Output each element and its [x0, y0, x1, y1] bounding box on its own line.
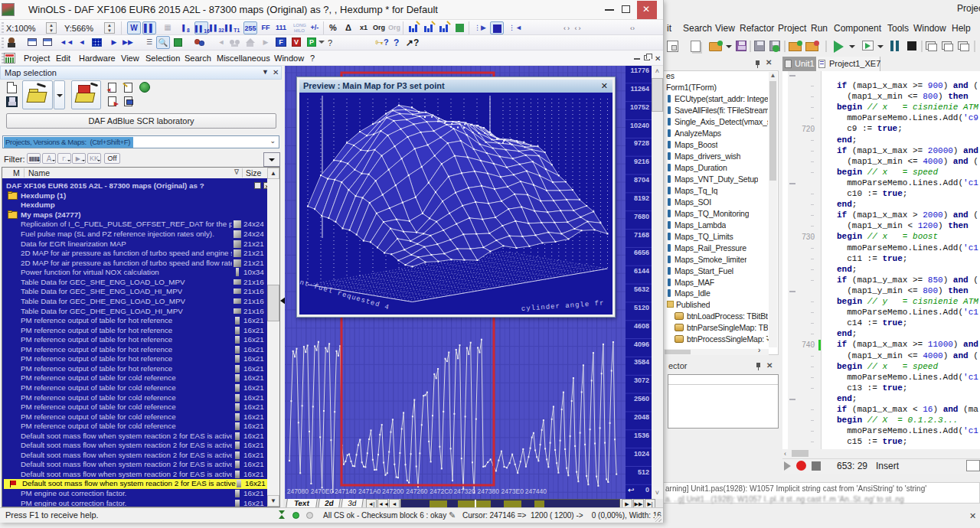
svg-text:247440: 247440: [525, 487, 547, 495]
svg-text:247200: 247200: [382, 487, 404, 495]
svg-text:2471A0: 2471A0: [358, 487, 381, 495]
svg-text:7680: 7680: [634, 213, 649, 220]
svg-text:9216: 9216: [634, 158, 649, 165]
svg-text:10240: 10240: [630, 122, 649, 129]
svg-text:10752: 10752: [630, 103, 649, 111]
svg-text:247080: 247080: [287, 487, 309, 495]
svg-text:↩: ↩: [628, 486, 634, 494]
svg-text:5120: 5120: [634, 304, 649, 311]
svg-text:247140: 247140: [335, 487, 357, 495]
svg-text:6656: 6656: [634, 249, 649, 256]
svg-text:2560: 2560: [634, 395, 649, 403]
svg-text:0: 0: [645, 486, 649, 494]
svg-text:7168: 7168: [634, 231, 649, 239]
svg-text:3584: 3584: [634, 358, 649, 366]
svg-text:2470E0: 2470E0: [311, 487, 334, 495]
svg-text:2472C0: 2472C0: [430, 487, 452, 495]
svg-text:247380: 247380: [478, 487, 500, 495]
svg-text:8192: 8192: [634, 194, 649, 202]
svg-text:247260: 247260: [406, 487, 428, 495]
svg-text:11776: 11776: [630, 67, 649, 74]
svg-text:4608: 4608: [634, 322, 649, 330]
svg-text:2473E0: 2473E0: [501, 487, 524, 495]
svg-text:6144: 6144: [634, 267, 649, 275]
svg-text:3072: 3072: [634, 376, 649, 384]
svg-text:1024: 1024: [634, 450, 649, 458]
svg-text:247320: 247320: [453, 487, 475, 495]
svg-text:2048: 2048: [634, 413, 649, 421]
svg-text:512: 512: [638, 468, 649, 476]
svg-text:8704: 8704: [634, 176, 649, 184]
svg-text:5632: 5632: [634, 285, 649, 293]
svg-text:4096: 4096: [634, 341, 649, 348]
svg-text:11264: 11264: [630, 85, 649, 93]
svg-text:9728: 9728: [634, 139, 649, 147]
svg-text:1536: 1536: [634, 432, 649, 439]
